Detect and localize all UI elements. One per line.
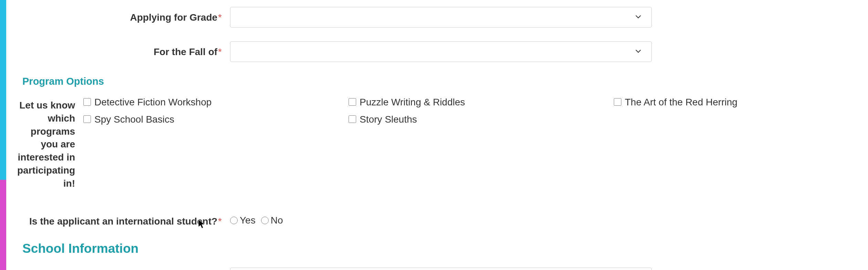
checkbox-red-herring[interactable]: The Art of the Red Herring [614,97,868,108]
radio-input-no[interactable] [261,217,269,224]
checkbox-spy-school[interactable]: Spy School Basics [83,114,349,125]
checkbox-label: Story Sleuths [360,114,417,125]
checkbox-story-sleuths[interactable]: Story Sleuths [349,114,614,125]
heading-program-options: Program Options [17,76,868,87]
label-text-programs: Let us know which programs you are inter… [17,100,75,189]
checkbox-input-red-herring[interactable] [614,98,621,106]
input-col-current-grade [230,268,652,270]
label-current-grade: Current Grade* [17,268,230,270]
radio-group-international: Yes No [230,215,283,226]
select-fall-of[interactable] [230,41,652,62]
row-fall-of: For the Fall of* [17,41,868,62]
select-applying-grade[interactable] [230,7,652,28]
left-color-stripe [0,0,6,270]
heading-school-info: School Information [17,241,868,256]
radio-no[interactable]: No [261,215,283,226]
input-col-programs: Detective Fiction Workshop Puzzle Writin… [83,97,868,125]
row-programs: Let us know which programs you are inter… [17,97,868,190]
label-programs: Let us know which programs you are inter… [17,97,83,190]
required-marker: * [218,216,222,227]
stripe-cyan [0,0,6,180]
checkbox-grid: Detective Fiction Workshop Puzzle Writin… [83,97,868,125]
select-current-grade[interactable] [230,268,652,270]
input-col-fall-of [230,41,652,62]
checkbox-label: Spy School Basics [94,114,174,125]
chevron-down-icon [634,47,642,56]
row-current-grade: Current Grade* [17,268,868,270]
required-marker: * [218,46,222,57]
label-text-international: Is the applicant an international studen… [29,216,217,227]
checkbox-label: Detective Fiction Workshop [94,97,211,108]
checkbox-input-story-sleuths[interactable] [349,115,356,123]
form-container: Applying for Grade* For the Fall of* Pro… [17,0,868,270]
radio-label-no: No [271,215,283,226]
label-text-fall-of: For the Fall of [154,46,217,57]
checkbox-detective-fiction[interactable]: Detective Fiction Workshop [83,97,349,108]
label-text-applying-grade: Applying for Grade [130,12,218,23]
label-international: Is the applicant an international studen… [17,211,230,228]
checkbox-input-spy-school[interactable] [83,115,91,123]
chevron-down-icon [634,12,642,22]
input-col-international: Yes No [230,211,283,226]
checkbox-input-puzzle-writing[interactable] [349,98,356,106]
row-applying-grade: Applying for Grade* [17,7,868,28]
radio-yes[interactable]: Yes [230,215,256,226]
checkbox-label: The Art of the Red Herring [625,97,737,108]
input-col-applying-grade [230,7,652,28]
checkbox-puzzle-writing[interactable]: Puzzle Writing & Riddles [349,97,614,108]
stripe-magenta [0,180,6,270]
checkbox-label: Puzzle Writing & Riddles [360,97,465,108]
required-marker: * [218,12,222,23]
radio-input-yes[interactable] [230,217,238,224]
radio-label-yes: Yes [240,215,256,226]
label-applying-grade: Applying for Grade* [17,7,230,24]
label-fall-of: For the Fall of* [17,41,230,59]
row-international: Is the applicant an international studen… [17,211,868,228]
checkbox-input-detective-fiction[interactable] [83,98,91,106]
